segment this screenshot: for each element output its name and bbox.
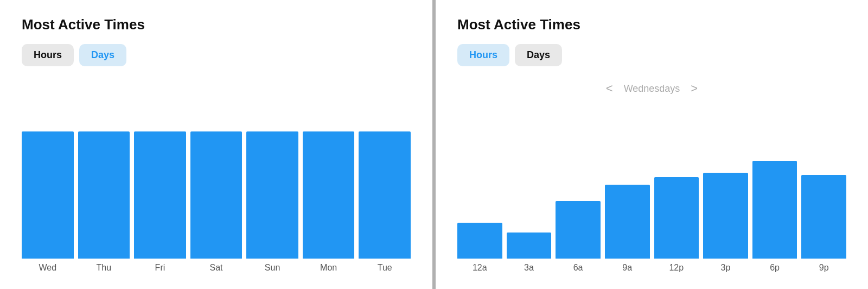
bar-col: Sat (190, 131, 242, 273)
bar-label: Sat (210, 263, 223, 273)
bar (190, 131, 242, 259)
left-title: Most Active Times (22, 16, 411, 33)
bar-label: Tue (378, 263, 392, 273)
bar-label: 12a (473, 263, 487, 273)
bar-col: Sun (246, 131, 298, 273)
bar-label: 6p (770, 263, 780, 273)
right-bars-container: 12a3a6a9a12p3p6p9p (457, 105, 846, 273)
bar (78, 131, 130, 259)
bar-col: 6p (752, 161, 797, 273)
bar (22, 131, 74, 259)
bar (359, 131, 411, 259)
left-hours-button[interactable]: Hours (22, 44, 74, 66)
bar-label: Mon (320, 263, 337, 273)
bar-col: 9a (605, 185, 650, 273)
bar-label: 3p (721, 263, 731, 273)
right-days-button[interactable]: Days (515, 44, 562, 66)
bar-label: Wed (39, 263, 56, 273)
bar (134, 131, 186, 259)
left-days-button[interactable]: Days (79, 44, 126, 66)
bar-col: Thu (78, 131, 130, 273)
bar-col: Mon (303, 131, 355, 273)
bar (303, 131, 355, 259)
left-panel: Most Active Times Hours Days WedThuFriSa… (0, 0, 432, 289)
left-chart: WedThuFriSatSunMonTue (22, 83, 411, 273)
bar (457, 223, 502, 259)
next-day-button[interactable]: > (691, 83, 698, 95)
bar (752, 161, 797, 259)
left-toggle-group: Hours Days (22, 44, 411, 66)
bar-label: 3a (524, 263, 534, 273)
bar-label: Sun (265, 263, 280, 273)
bar-col: 6a (556, 201, 601, 273)
right-toggle-group: Hours Days (457, 44, 846, 66)
bar (556, 201, 601, 259)
current-day-label: Wednesdays (624, 83, 680, 95)
bar-col: Tue (359, 131, 411, 273)
bar (801, 175, 846, 259)
bar-label: 9a (622, 263, 632, 273)
bar (246, 131, 298, 259)
right-panel: Most Active Times Hours Days < Wednesday… (436, 0, 868, 289)
right-title: Most Active Times (457, 16, 846, 33)
bar-label: 9p (819, 263, 829, 273)
bar-col: Wed (22, 131, 74, 273)
bar (654, 177, 699, 259)
day-navigation: < Wednesdays > (457, 83, 846, 95)
bar-col: 3p (703, 173, 748, 273)
bar-col: 12a (457, 223, 502, 273)
bar-label: 12p (669, 263, 684, 273)
right-hours-button[interactable]: Hours (457, 44, 509, 66)
bar-col: 9p (801, 175, 846, 273)
bar-label: Thu (97, 263, 112, 273)
bar (703, 173, 748, 259)
bar-col: 12p (654, 177, 699, 273)
bar-col: Fri (134, 131, 186, 273)
bar-col: 3a (507, 233, 552, 273)
bar-label: Fri (155, 263, 165, 273)
right-chart: 12a3a6a9a12p3p6p9p (457, 105, 846, 273)
bar-label: 6a (573, 263, 583, 273)
bar (605, 185, 650, 259)
bar (507, 233, 552, 259)
left-bars-container: WedThuFriSatSunMonTue (22, 83, 411, 273)
prev-day-button[interactable]: < (606, 83, 613, 95)
